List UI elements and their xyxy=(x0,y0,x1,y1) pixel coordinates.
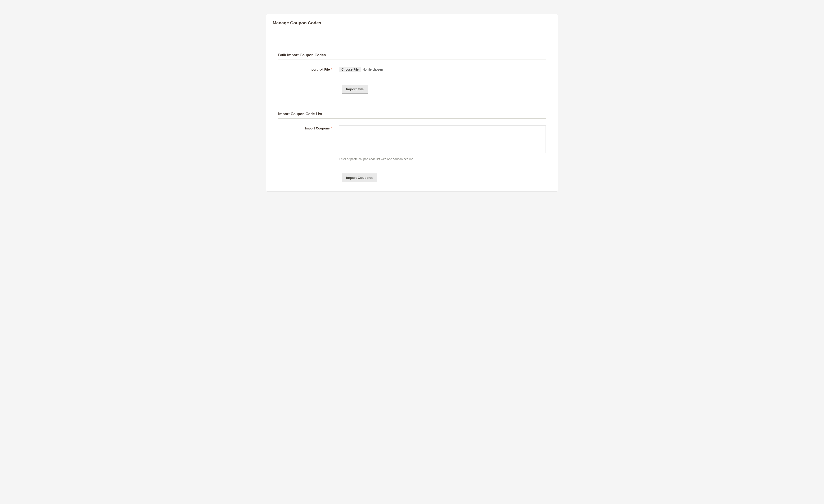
import-coupons-label-text: Import Coupons xyxy=(305,126,330,130)
import-coupons-label: Import Coupons* xyxy=(278,125,335,130)
import-coupon-list-section: Import Coupon Code List Import Coupons* … xyxy=(273,112,551,182)
import-file-button[interactable]: Import File xyxy=(342,85,368,94)
import-coupons-action-row: Import Coupons xyxy=(278,173,546,182)
choose-file-button[interactable]: Choose File xyxy=(339,67,361,72)
section2-heading: Import Coupon Code List xyxy=(278,112,546,119)
import-txt-label-text: Import .txt File xyxy=(308,68,330,71)
import-txt-row: Import .txt File* Choose File No file ch… xyxy=(278,67,546,72)
required-asterisk: * xyxy=(331,68,332,71)
manage-coupon-card: Manage Coupon Codes Bulk Import Coupon C… xyxy=(266,14,558,192)
file-picker: Choose File No file chosen xyxy=(339,67,546,72)
section1-heading: Bulk Import Coupon Codes xyxy=(278,53,546,60)
import-coupons-button[interactable]: Import Coupons xyxy=(342,173,377,182)
import-coupons-help-text: Enter or paste coupon code list with one… xyxy=(339,157,546,161)
bulk-import-section: Bulk Import Coupon Codes Import .txt Fil… xyxy=(273,53,551,94)
import-coupons-control: Enter or paste coupon code list with one… xyxy=(335,125,546,161)
required-asterisk: * xyxy=(331,126,332,130)
import-txt-control: Choose File No file chosen xyxy=(335,67,546,72)
page-title: Manage Coupon Codes xyxy=(273,20,551,25)
file-status-text: No file chosen xyxy=(363,68,383,71)
import-coupons-row: Import Coupons* Enter or paste coupon co… xyxy=(278,125,546,161)
import-file-action-row: Import File xyxy=(278,85,546,94)
import-txt-label: Import .txt File* xyxy=(278,67,335,71)
import-coupons-textarea[interactable] xyxy=(339,125,546,153)
